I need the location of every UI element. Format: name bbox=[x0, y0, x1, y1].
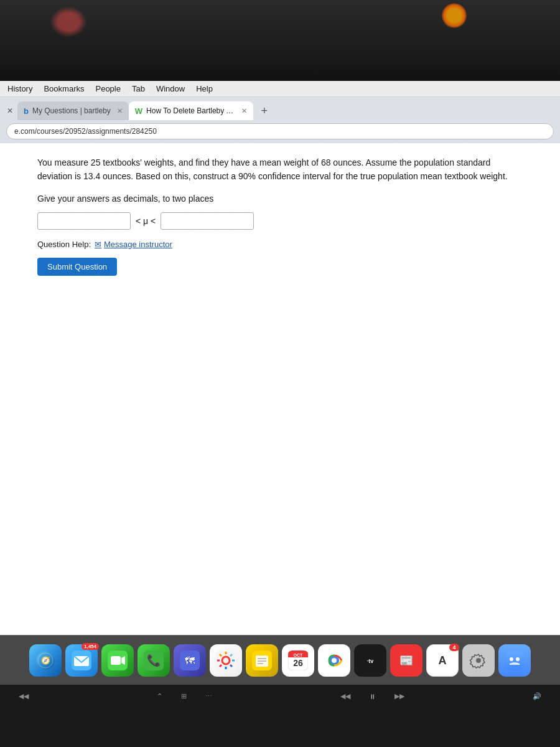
tab-favicon-howto: W bbox=[135, 106, 142, 116]
menu-bar: History Bookmarks People Tab Window Help bbox=[0, 81, 560, 97]
question-help: Question Help: ✉ Message instructor bbox=[37, 240, 523, 249]
mail-badge: 1,454 bbox=[82, 643, 99, 650]
svg-text:📞: 📞 bbox=[147, 654, 161, 667]
svg-point-45 bbox=[516, 657, 520, 661]
page-content: You measure 25 textbooks' weights, and f… bbox=[0, 143, 560, 504]
message-instructor-link[interactable]: ✉ Message instructor bbox=[95, 240, 172, 249]
dock-item-settings[interactable] bbox=[462, 644, 495, 677]
svg-line-19 bbox=[230, 654, 232, 656]
dock: 🧭 1,454 📞 🗺 bbox=[0, 635, 560, 685]
menu-help[interactable]: Help bbox=[196, 84, 213, 93]
menu-window[interactable]: Window bbox=[156, 84, 185, 93]
mail-icon: ✉ bbox=[95, 240, 101, 249]
svg-point-44 bbox=[510, 657, 513, 661]
question-text: You measure 25 textbooks' weights, and f… bbox=[37, 156, 523, 184]
content-inner: You measure 25 textbooks' weights, and f… bbox=[37, 156, 523, 276]
svg-text:🧭: 🧭 bbox=[41, 655, 50, 665]
tab-label-howto: How To Delete Bartleby Accou bbox=[146, 106, 235, 115]
dock-item-maps[interactable]: 🗺 bbox=[174, 644, 206, 677]
kb-shortcut-pause: ⏸ bbox=[369, 693, 376, 700]
svg-rect-6 bbox=[111, 656, 121, 665]
kb-shortcut-left: ◀◀ bbox=[19, 692, 29, 700]
svg-text:·tv: ·tv bbox=[367, 658, 374, 664]
window-close-button[interactable]: ✕ bbox=[5, 106, 15, 116]
tab-close-bartleby[interactable]: ✕ bbox=[117, 107, 123, 115]
tab-label-bartleby: My Questions | bartleby bbox=[32, 106, 111, 115]
address-bar bbox=[0, 121, 560, 143]
message-link-label: Message instructor bbox=[104, 240, 172, 249]
browser-chrome: ✕ b My Questions | bartleby ✕ W How To D… bbox=[0, 97, 560, 143]
tab-howto[interactable]: W How To Delete Bartleby Accou ✕ bbox=[129, 101, 253, 120]
dock-item-photos[interactable] bbox=[210, 644, 242, 677]
svg-rect-43 bbox=[505, 651, 525, 670]
lower-bound-input[interactable] bbox=[37, 212, 131, 230]
svg-text:26: 26 bbox=[293, 658, 303, 668]
bottom-bar: ◀◀ ⌃ ⊞ ⋯ ◀◀ ⏸ ▶▶ 🔊 bbox=[0, 685, 560, 747]
tab-bar: ✕ b My Questions | bartleby ✕ W How To D… bbox=[0, 97, 560, 121]
kb-shortcut-rewind: ◀◀ bbox=[340, 692, 350, 700]
decimals-label: Give your answers as decimals, to two pl… bbox=[37, 194, 523, 204]
top-photo-area bbox=[0, 0, 560, 81]
dock-item-facetime[interactable] bbox=[101, 644, 134, 677]
kb-shortcut-dots: ⋯ bbox=[205, 692, 212, 700]
dock-item-phone[interactable]: 📞 bbox=[138, 644, 170, 677]
menu-tab[interactable]: Tab bbox=[132, 84, 145, 93]
svg-line-18 bbox=[220, 654, 222, 656]
kb-shortcut-vol: 🔊 bbox=[533, 692, 541, 700]
svg-line-20 bbox=[220, 665, 222, 667]
svg-line-21 bbox=[230, 665, 232, 667]
svg-text:A: A bbox=[439, 654, 447, 667]
menu-people[interactable]: People bbox=[95, 84, 120, 93]
dock-item-mail[interactable]: 1,454 bbox=[65, 644, 98, 677]
upper-bound-input[interactable] bbox=[161, 212, 254, 230]
svg-text:🗺: 🗺 bbox=[185, 655, 195, 666]
kb-shortcut-grid: ⊞ bbox=[181, 692, 187, 700]
submit-question-button[interactable]: Submit Question bbox=[37, 258, 117, 276]
url-input[interactable] bbox=[6, 123, 554, 139]
tab-close-howto[interactable]: ✕ bbox=[241, 107, 247, 115]
menu-history[interactable]: History bbox=[7, 84, 32, 93]
kb-shortcut-ffwd: ▶▶ bbox=[394, 692, 404, 700]
kb-shortcut-fn: ⌃ bbox=[157, 692, 162, 700]
fonts-badge: 4 bbox=[449, 644, 459, 651]
dock-item-finder[interactable] bbox=[498, 644, 531, 677]
help-label: Question Help: bbox=[37, 240, 91, 249]
dock-item-fonts[interactable]: 4 A bbox=[426, 644, 459, 677]
dock-item-chrome[interactable] bbox=[318, 644, 350, 677]
dock-item-calendar[interactable]: OCT26 bbox=[282, 644, 314, 677]
dock-item-news[interactable]: 📰 bbox=[390, 644, 422, 677]
dock-item-notes[interactable] bbox=[246, 644, 278, 677]
dock-item-appletv[interactable]: ·tv bbox=[354, 644, 386, 677]
svg-point-42 bbox=[476, 658, 481, 663]
svg-text:OCT: OCT bbox=[294, 653, 304, 657]
mu-symbol: < μ < bbox=[136, 216, 156, 226]
answer-row: < μ < bbox=[37, 212, 523, 230]
svg-text:📰: 📰 bbox=[399, 654, 414, 667]
dock-item-safari[interactable]: 🧭 bbox=[29, 644, 62, 677]
tab-favicon-bartleby: b bbox=[24, 106, 29, 116]
new-tab-button[interactable]: + bbox=[256, 102, 273, 120]
menu-bookmarks[interactable]: Bookmarks bbox=[44, 84, 84, 93]
tab-bartleby[interactable]: b My Questions | bartleby ✕ bbox=[17, 101, 129, 120]
svg-point-34 bbox=[332, 658, 337, 663]
